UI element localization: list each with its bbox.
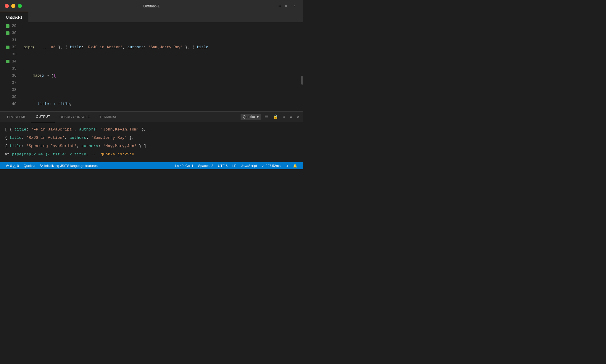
output-text-3a: {	[5, 144, 9, 148]
language-mode[interactable]: JavaScript	[239, 162, 260, 169]
timing-label: ✓ 227.52ms	[262, 164, 281, 168]
cursor-position[interactable]: Ln 40, Col 1	[173, 162, 196, 169]
tab-problems[interactable]: PROBLEMS	[2, 112, 31, 122]
output-text-3i: } ]	[137, 144, 146, 148]
no-breakpoint-39	[6, 95, 9, 99]
error-icon: ⊗	[6, 164, 9, 168]
output-text-1c: :	[26, 127, 31, 132]
no-breakpoint-35	[6, 67, 9, 70]
error-count: 0	[10, 164, 12, 167]
output-link[interactable]: quokka.js:29:0	[101, 152, 134, 157]
output-text-3h: 'May,Mary,Jen'	[103, 144, 136, 148]
output-text-4b: pipe(map(x => ({ title: x.title, ...	[12, 152, 101, 157]
line-numbers: 29 30 31 32 33 34 35	[0, 22, 19, 111]
tab-debug-label: DEBUG CONSOLE	[59, 115, 90, 119]
settings-icon[interactable]: ⚙	[282, 114, 286, 120]
circle-icon[interactable]: ○	[285, 4, 287, 8]
breakpoint-34	[6, 60, 9, 63]
code-area[interactable]: pipe( ... m' }, { title: 'RxJS in Action…	[19, 22, 303, 111]
no-breakpoint-33	[6, 53, 9, 56]
code-line-31: title: x.title,	[24, 101, 303, 108]
code-line-30: map(x ⇒ ({	[24, 72, 303, 79]
no-breakpoint-40	[6, 102, 9, 106]
split-editor-icon[interactable]: ⊟	[279, 4, 281, 9]
output-panel: [ { title: 'FP in JavaScript', authors: …	[0, 122, 303, 162]
plugin-name[interactable]: Quokka	[21, 162, 38, 169]
code-line-29: pipe( ... m' }, { title: 'RxJS in Action…	[24, 44, 303, 51]
output-text-2c: :	[22, 136, 26, 140]
output-text-1g: :	[96, 127, 101, 132]
line-num-33: 33	[12, 51, 17, 58]
eol[interactable]: LF	[230, 162, 238, 169]
tab-problems-label: PROBLEMS	[7, 115, 26, 119]
output-text-4a: at	[5, 152, 12, 157]
scrollbar-thumb	[301, 76, 303, 85]
output-text-1f: authors	[79, 127, 96, 132]
tab-label: Untitled-1	[6, 15, 22, 20]
tab-debug-console[interactable]: DEBUG CONSOLE	[55, 112, 94, 122]
tab-terminal[interactable]: TERMINAL	[95, 112, 122, 122]
output-text-2b: title	[9, 136, 22, 140]
status-bar: ⊗ 0 △ 0 Quokka ↻ Initializing JS/TS lang…	[0, 162, 303, 169]
encoding[interactable]: UTF-8	[216, 162, 230, 169]
breakpoint-29	[6, 24, 9, 28]
output-text-2f: authors	[70, 136, 86, 140]
output-text-1d: 'FP in JavaScript'	[31, 127, 74, 132]
close-button[interactable]	[5, 4, 9, 8]
error-warning-count[interactable]: ⊗ 0 △ 0	[4, 162, 21, 169]
notification-icon-item[interactable]: 🔔	[291, 162, 299, 169]
tab-untitled1[interactable]: Untitled-1	[0, 12, 28, 22]
code-editor[interactable]: 29 30 31 32 33 34 35	[0, 22, 303, 111]
titlebar-actions: ⊟ ○ ···	[279, 4, 298, 9]
lock-icon[interactable]: 🔒	[272, 114, 279, 120]
line-num-40: 40	[12, 101, 17, 108]
spaces-label: Spaces: 2	[198, 164, 213, 167]
line-num-30: 30	[12, 30, 17, 37]
no-breakpoint-38	[6, 88, 9, 92]
no-breakpoint-31	[6, 38, 9, 42]
tab-output[interactable]: OUTPUT	[31, 112, 55, 122]
minimize-button[interactable]	[11, 4, 15, 8]
output-text-2a: {	[5, 136, 9, 140]
output-text-3d: 'Speaking JavaScript'	[26, 144, 77, 148]
editor-scrollbar[interactable]	[301, 22, 303, 111]
output-line-3: { title: 'Speaking JavaScript', authors:…	[5, 142, 298, 150]
eol-label: LF	[232, 164, 236, 167]
chevron-down-icon: ▾	[257, 115, 259, 119]
output-text-1h: 'John,Kevin,Tom'	[101, 127, 139, 132]
encoding-label: UTF-8	[218, 164, 228, 167]
breakpoint-32	[6, 46, 9, 49]
line-num-36: 36	[12, 72, 17, 79]
output-text-2e: ,	[65, 136, 70, 140]
maximize-button[interactable]	[18, 4, 22, 8]
line-num-37: 37	[12, 79, 17, 86]
warning-icon: △	[13, 164, 16, 168]
tab-bar: Untitled-1	[0, 12, 303, 22]
output-line-1: [ { title: 'FP in JavaScript', authors: …	[5, 125, 298, 134]
output-text-2h: 'Sam,Jerry,Ray'	[91, 136, 127, 140]
more-actions-icon[interactable]: ···	[291, 4, 298, 8]
line-num-34: 34	[12, 58, 17, 65]
line-num-35: 35	[12, 65, 17, 72]
dropdown-label: Quokka	[243, 115, 255, 119]
breakpoint-30	[6, 31, 9, 35]
chevron-up-icon[interactable]: ∧	[289, 114, 293, 120]
output-source-dropdown[interactable]: Quokka ▾	[241, 114, 261, 120]
output-line-2: { title: 'RxJS in Action', authors: 'Sam…	[5, 134, 298, 142]
output-text-3c: :	[22, 144, 26, 148]
clear-output-icon[interactable]: ☰	[263, 114, 270, 120]
close-panel-icon[interactable]: ✕	[296, 114, 301, 120]
line-num-39: 39	[12, 94, 17, 101]
output-text-1e: ,	[74, 127, 79, 132]
output-text-2d: 'RxJS in Action'	[26, 136, 65, 140]
tab-output-label: OUTPUT	[36, 115, 50, 118]
window-controls	[5, 4, 22, 8]
output-text-2g: :	[86, 136, 91, 140]
broadcast-icon-item[interactable]: ⊿	[283, 162, 291, 169]
plugin-label: Quokka	[24, 164, 36, 167]
status-message: Initializing JS/TS language features	[44, 164, 97, 167]
indentation[interactable]: Spaces: 2	[196, 162, 215, 169]
warning-count: 0	[17, 164, 19, 167]
tab-terminal-label: TERMINAL	[99, 115, 117, 119]
output-text-2i: },	[127, 136, 134, 140]
